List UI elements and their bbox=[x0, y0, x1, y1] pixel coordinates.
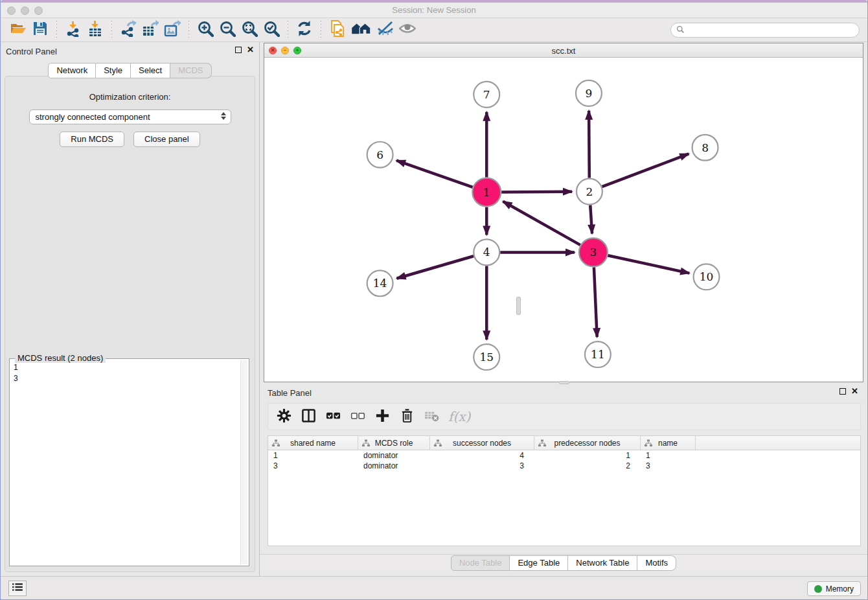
tab-edge-table[interactable]: Edge Table bbox=[510, 555, 568, 571]
control-panel: Control Panel ✕ NetworkStyleSelectMCDS O… bbox=[1, 42, 260, 576]
float-panel-icon[interactable] bbox=[235, 47, 242, 53]
graph-edge-3-11[interactable] bbox=[594, 267, 597, 337]
run-mcds-button[interactable]: Run MCDS bbox=[60, 132, 124, 147]
graph-edge-2-8[interactable] bbox=[602, 154, 689, 187]
graph-edge-1-2[interactable] bbox=[501, 192, 572, 192]
graph-node-15[interactable]: 15 bbox=[474, 344, 499, 370]
graph-node-7[interactable]: 7 bbox=[474, 82, 499, 108]
mcds-panel: Optimization criterion: strongly connect… bbox=[5, 76, 255, 572]
table-cell[interactable]: 1 bbox=[268, 450, 358, 461]
graph-node-9[interactable]: 9 bbox=[576, 80, 602, 106]
table-cell[interactable]: 3 bbox=[430, 461, 534, 471]
table-cell[interactable]: dominator bbox=[358, 450, 430, 461]
graph-node-8[interactable]: 8 bbox=[692, 135, 718, 161]
panel-splitter-handle[interactable] bbox=[516, 297, 521, 315]
table-settings-button[interactable] bbox=[273, 406, 294, 428]
save-session-button[interactable] bbox=[29, 19, 51, 40]
show-elements-button[interactable] bbox=[396, 19, 418, 40]
tab-style[interactable]: Style bbox=[96, 63, 131, 78]
search-field[interactable] bbox=[670, 23, 860, 38]
column-header-successor-nodes[interactable]: successor nodes bbox=[430, 436, 534, 450]
table-row[interactable]: 3dominator323 bbox=[268, 461, 860, 471]
graph-edge-2-3[interactable] bbox=[590, 205, 592, 234]
refresh-view-button[interactable] bbox=[293, 19, 315, 40]
table-cell[interactable]: dominator bbox=[358, 461, 430, 471]
table-row[interactable]: 1dominator411 bbox=[268, 450, 860, 461]
toolbar-separator bbox=[56, 21, 57, 39]
export-network-button[interactable] bbox=[117, 19, 139, 40]
task-history-button[interactable] bbox=[8, 581, 27, 596]
graph-node-11[interactable]: 11 bbox=[585, 341, 611, 367]
table-cell[interactable]: 1 bbox=[534, 450, 641, 461]
zoom-selected-button[interactable] bbox=[260, 19, 282, 40]
close-panel-icon[interactable]: ✕ bbox=[247, 47, 254, 53]
table-panel: Table Panel ✕ bbox=[260, 384, 867, 576]
result-scrollbar[interactable] bbox=[240, 360, 247, 564]
graph-edge-3-1[interactable] bbox=[503, 202, 580, 245]
close-panel-icon[interactable]: ✕ bbox=[851, 388, 858, 395]
zoom-in-button[interactable] bbox=[194, 19, 216, 40]
open-session-button[interactable] bbox=[7, 19, 29, 40]
mcds-result-text[interactable]: 13 bbox=[11, 360, 240, 564]
houses-icon bbox=[351, 21, 372, 39]
deselect-all-button[interactable] bbox=[347, 406, 368, 428]
export-table-button[interactable] bbox=[139, 19, 161, 40]
table-cell[interactable]: 1 bbox=[641, 450, 696, 461]
graph-node-2[interactable]: 2 bbox=[577, 179, 602, 205]
search-input[interactable] bbox=[688, 26, 854, 35]
network-canvas[interactable]: 7968124314101511 bbox=[264, 58, 863, 382]
graph-node-3[interactable]: 3 bbox=[579, 238, 608, 266]
memory-label: Memory bbox=[826, 584, 854, 594]
column-header-shared-name[interactable]: shared name bbox=[268, 436, 358, 450]
toolbar-separator bbox=[111, 21, 112, 39]
table-cell[interactable]: 2 bbox=[534, 461, 641, 471]
add-column-button[interactable] bbox=[372, 406, 393, 428]
column-header-MCDS-role[interactable]: MCDS role bbox=[358, 436, 430, 450]
select-all-button[interactable] bbox=[323, 406, 343, 428]
zoom-fit-button[interactable] bbox=[238, 19, 260, 40]
zoom-selected-icon bbox=[263, 20, 280, 40]
graph-edge-4-14[interactable] bbox=[396, 256, 474, 279]
graph-node-14[interactable]: 14 bbox=[367, 270, 393, 296]
svg-text:6: 6 bbox=[376, 148, 383, 161]
tab-select[interactable]: Select bbox=[131, 63, 170, 78]
import-table-button[interactable] bbox=[84, 19, 106, 40]
graph-node-6[interactable]: 6 bbox=[367, 142, 393, 168]
graph-node-10[interactable]: 10 bbox=[694, 264, 720, 290]
import-network-button[interactable] bbox=[62, 19, 84, 40]
split-panel-button[interactable] bbox=[298, 406, 319, 428]
float-panel-icon[interactable] bbox=[839, 388, 846, 395]
tab-mcds[interactable]: MCDS bbox=[170, 63, 211, 78]
hide-elements-button[interactable] bbox=[374, 19, 396, 40]
tab-network-table[interactable]: Network Table bbox=[568, 555, 637, 571]
memory-button[interactable]: Memory bbox=[807, 581, 861, 596]
table-cell[interactable]: 4 bbox=[430, 450, 534, 461]
zoom-out-button[interactable] bbox=[216, 19, 238, 40]
tab-motifs[interactable]: Motifs bbox=[637, 555, 676, 571]
result-line: 1 bbox=[14, 362, 238, 373]
delete-column-button[interactable] bbox=[396, 406, 417, 428]
close-panel-button[interactable]: Close panel bbox=[133, 132, 200, 147]
graph-edge-1-6[interactable] bbox=[396, 161, 473, 187]
eye-icon bbox=[399, 20, 416, 40]
tab-node-table[interactable]: Node Table bbox=[451, 555, 510, 571]
column-header-name[interactable]: name bbox=[641, 436, 696, 450]
criterion-dropdown[interactable]: strongly connected component bbox=[29, 110, 231, 124]
duplicate-network-button[interactable] bbox=[326, 19, 348, 40]
table-cell[interactable]: 3 bbox=[268, 461, 358, 471]
home-views-button[interactable] bbox=[348, 19, 374, 40]
column-header-predecessor-nodes[interactable]: predecessor nodes bbox=[534, 436, 641, 450]
network-window-titlebar: ✕ − + scc.txt bbox=[264, 43, 863, 58]
tab-network[interactable]: Network bbox=[48, 63, 96, 78]
graph-edge-2-9[interactable] bbox=[589, 111, 589, 178]
graph-node-1[interactable]: 1 bbox=[472, 178, 501, 207]
graph-node-4[interactable]: 4 bbox=[474, 239, 499, 265]
delete-table-button[interactable] bbox=[421, 406, 442, 428]
export-image-button[interactable] bbox=[161, 19, 183, 40]
function-builder-button[interactable]: f(x) bbox=[448, 409, 470, 424]
table-cell[interactable]: 3 bbox=[641, 461, 696, 471]
graph-edge-3-10[interactable] bbox=[608, 255, 689, 273]
node-table[interactable]: shared nameMCDS rolesuccessor nodesprede… bbox=[268, 435, 861, 546]
refresh-icon bbox=[296, 20, 313, 40]
criterion-value: strongly connected component bbox=[36, 112, 150, 122]
